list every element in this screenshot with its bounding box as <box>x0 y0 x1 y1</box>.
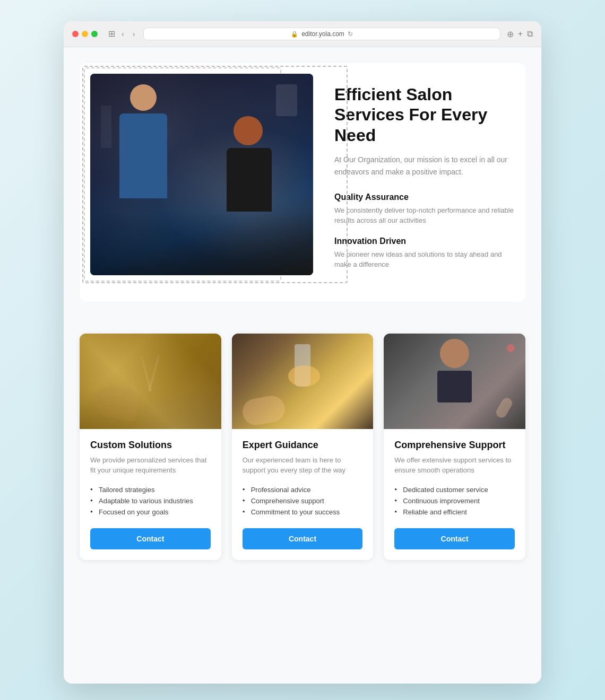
list-item: Tailored strategies <box>90 484 211 495</box>
card-3-description: We offer extensive support services to e… <box>394 455 515 476</box>
tabs-icon[interactable]: ⧉ <box>527 29 533 39</box>
card-2-title: Expert Guidance <box>243 440 363 451</box>
card-image-1-inner <box>80 334 221 429</box>
list-item: Focused on your goals <box>90 506 211 518</box>
card-3-body: Comprehensive Support We offer extensive… <box>384 429 525 560</box>
card-2-body: Expert Guidance Our experienced team is … <box>232 429 374 560</box>
client-body <box>227 148 272 212</box>
card-2-list: Professional advice Comprehensive suppor… <box>243 484 363 518</box>
feature-innovation-title: Innovation Driven <box>334 237 515 246</box>
browser-window: ⊞ ‹ › 🔒 editor.yola.com ↻ ⊕ + ⧉ <box>64 21 541 684</box>
card-1-contact-button[interactable]: Contact <box>90 528 211 549</box>
card-expert-guidance: Expert Guidance Our experienced team is … <box>232 334 374 560</box>
forward-button[interactable]: › <box>131 29 137 39</box>
hero-section: Efficient Salon Services For Every Need … <box>80 63 525 302</box>
feature-innovation: Innovation Driven We pioneer new ideas a… <box>334 237 515 270</box>
card-image-2-inner <box>232 334 374 429</box>
share-icon[interactable]: ⊕ <box>507 29 514 39</box>
list-item: Professional advice <box>243 484 363 495</box>
card-2-description: Our experienced team is here to support … <box>243 455 363 476</box>
list-item: Dedicated customer service <box>394 484 515 495</box>
card-1-body: Custom Solutions We provide personalized… <box>80 429 221 560</box>
browser-content: Efficient Salon Services For Every Need … <box>64 47 541 684</box>
list-item: Comprehensive support <box>243 495 363 506</box>
stylist-head <box>130 84 157 111</box>
card-3-list: Dedicated customer service Continuous im… <box>394 484 515 518</box>
lock-icon: 🔒 <box>291 31 298 38</box>
list-item: Adaptable to various industries <box>90 495 211 506</box>
back-button[interactable]: ‹ <box>119 29 126 39</box>
feature-quality-description: We consistently deliver top-notch perfor… <box>334 205 515 226</box>
card-2-contact-button[interactable]: Contact <box>243 528 363 549</box>
card-1-description: We provide personalized services that fi… <box>90 455 211 476</box>
url-text: editor.yola.com <box>301 30 344 38</box>
card-3-contact-button[interactable]: Contact <box>394 528 515 549</box>
card-image-makeup <box>384 334 525 429</box>
card-image-scissors <box>80 334 221 429</box>
minimize-button[interactable] <box>82 31 88 37</box>
browser-chrome: ⊞ ‹ › 🔒 editor.yola.com ↻ ⊕ + ⧉ <box>64 21 541 47</box>
feature-innovation-description: We pioneer new ideas and solutions to st… <box>334 249 515 270</box>
card-image-3-inner <box>384 334 525 429</box>
hero-image <box>90 74 313 275</box>
lamp-element <box>101 106 111 148</box>
sidebar-toggle-icon[interactable]: ⊞ <box>108 29 115 39</box>
card-comprehensive-support: Comprehensive Support We offer extensive… <box>384 334 525 560</box>
hero-description: At Our Organization, our mission is to e… <box>334 154 515 178</box>
image-overlay <box>90 212 313 275</box>
address-bar[interactable]: 🔒 editor.yola.com ↻ <box>143 28 500 40</box>
list-item: Commitment to your success <box>243 506 363 518</box>
client-head <box>234 116 263 145</box>
new-tab-icon[interactable]: + <box>518 29 523 39</box>
list-item: Continuous improvement <box>394 495 515 506</box>
hero-text-block: Efficient Salon Services For Every Need … <box>334 74 515 291</box>
close-button[interactable] <box>72 31 79 37</box>
stylist-body <box>119 113 167 198</box>
feature-quality-title: Quality Assurance <box>334 192 515 202</box>
maximize-button[interactable] <box>91 31 98 37</box>
hero-image-container <box>90 74 313 275</box>
browser-actions: ⊕ + ⧉ <box>507 29 533 39</box>
card-custom-solutions: Custom Solutions We provide personalized… <box>80 334 221 560</box>
feature-quality: Quality Assurance We consistently delive… <box>334 192 515 226</box>
hero-image-inner <box>90 74 313 275</box>
hero-title: Efficient Salon Services For Every Need <box>334 84 515 145</box>
list-item: Reliable and efficient <box>394 506 515 518</box>
browser-controls: ⊞ ‹ › <box>108 29 137 39</box>
traffic-lights <box>72 31 98 37</box>
card-1-list: Tailored strategies Adaptable to various… <box>90 484 211 518</box>
reload-icon: ↻ <box>348 30 353 38</box>
mirror-element <box>276 84 297 116</box>
card-3-title: Comprehensive Support <box>394 440 515 451</box>
card-1-title: Custom Solutions <box>90 440 211 451</box>
card-image-nails <box>232 334 374 429</box>
cards-section: Custom Solutions We provide personalized… <box>80 334 525 560</box>
